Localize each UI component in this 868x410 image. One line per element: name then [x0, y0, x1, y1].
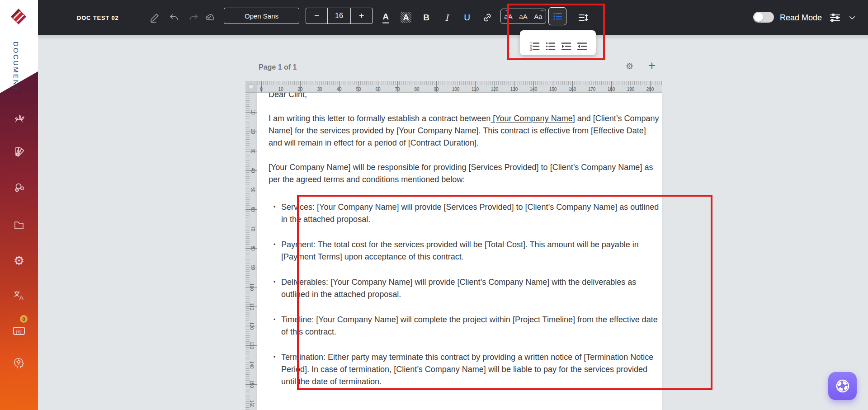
- svg-text:3: 3: [530, 48, 532, 51]
- design-tools-icon: [12, 112, 26, 126]
- font-size-increase-button[interactable]: +: [350, 8, 372, 24]
- read-mode-label: Read Mode: [780, 13, 822, 22]
- font-size-decrease-button[interactable]: −: [306, 8, 328, 24]
- indent-increase-icon: [561, 41, 571, 52]
- svg-text:H: H: [16, 189, 18, 191]
- list-item[interactable]: •Payment: The total cost for the service…: [269, 239, 661, 263]
- view-options-sliders-icon[interactable]: [829, 12, 841, 23]
- bold-button[interactable]: B: [423, 13, 429, 23]
- undo-icon[interactable]: [169, 13, 179, 23]
- v-ruler-number: 150: [249, 381, 254, 388]
- app-logo[interactable]: [9, 7, 28, 26]
- v-ruler-number: 60: [250, 207, 255, 212]
- bullet-list-button-active[interactable]: [548, 7, 566, 25]
- underline-button[interactable]: U: [464, 13, 470, 23]
- svg-text:A: A: [19, 294, 24, 301]
- unordered-list-option[interactable]: [544, 41, 556, 52]
- horizontal-ruler: 0102030405060708090100110120130140150160…: [257, 81, 662, 93]
- insights-head-bulb-icon: [12, 356, 26, 370]
- h-ruler-number: 0: [260, 87, 263, 92]
- list-item[interactable]: •Deliverables: [Your Company Name] will …: [269, 276, 661, 301]
- case-arrow-icon: ⌒: [539, 9, 543, 15]
- v-ruler-number: 120: [249, 322, 254, 330]
- h-ruler-number: 40: [336, 87, 341, 92]
- case-plain-button[interactable]: aA: [519, 13, 527, 20]
- indent-decrease-option[interactable]: [576, 41, 588, 52]
- font-size-value[interactable]: 16: [328, 8, 350, 24]
- h-ruler-number: 120: [491, 87, 499, 92]
- cloud-saved-icon: [203, 13, 214, 23]
- read-mode-toggle[interactable]: [753, 12, 774, 23]
- line-spacing-icon[interactable]: [578, 12, 589, 23]
- h-ruler-number: 30: [317, 87, 322, 92]
- document-page[interactable]: Dear Clint, I am writing this letter to …: [257, 93, 662, 410]
- page-settings-gear-icon[interactable]: ⚙: [626, 61, 633, 71]
- sidebar-item-insights[interactable]: [11, 355, 27, 371]
- h-ruler-number: 70: [395, 87, 400, 92]
- v-ruler-number: 100: [249, 283, 254, 291]
- svg-text:(x): (x): [16, 329, 22, 334]
- case-title-button[interactable]: ⌒Aa: [534, 13, 542, 20]
- v-ruler-number: 50: [250, 187, 255, 192]
- indent-increase-option[interactable]: [560, 41, 572, 52]
- sidebar-item-settings[interactable]: ⚙: [11, 253, 27, 269]
- document-editor-app: H H ⚙ A (x): [0, 0, 868, 410]
- h-ruler-number: 180: [608, 87, 615, 92]
- settings-gear-icon: ⚙: [14, 255, 24, 267]
- vertical-ruler: 102030405060708090100110120130140150160: [245, 93, 257, 410]
- lifebuoy-icon: [835, 378, 850, 394]
- ordered-list-option[interactable]: 1 2 3: [528, 41, 540, 52]
- variables-count-badge: 0: [20, 315, 28, 323]
- document-title: DOC TEST 02: [77, 14, 119, 21]
- v-ruler-number: 140: [249, 361, 254, 369]
- case-to-upper-button[interactable]: ⌒aA: [504, 13, 512, 20]
- list-item[interactable]: •Termination: Either party may terminate…: [269, 351, 661, 388]
- h-ruler-number: 150: [549, 87, 557, 92]
- bullet-list-icon: [552, 11, 563, 22]
- list-item[interactable]: •Timeline: [Your Company Name] will comp…: [269, 314, 661, 338]
- v-ruler-number: 80: [250, 245, 255, 250]
- sidebar-item-design-tools[interactable]: [11, 111, 27, 127]
- company-name-variable[interactable]: [Your Company Name: [491, 114, 572, 123]
- editor-canvas: Page 1 of 1 ⚙ + 010203040506070809010011…: [38, 35, 868, 410]
- list-type-dropdown: 1 2 3: [520, 30, 596, 55]
- sidebar-item-files[interactable]: [11, 217, 27, 232]
- sidebar-item-molecule[interactable]: H H: [11, 180, 27, 195]
- h-ruler-number: 100: [452, 87, 460, 92]
- rename-pencil-icon[interactable]: [150, 12, 160, 23]
- font-family-select[interactable]: Open Sans: [224, 8, 299, 24]
- add-page-icon[interactable]: +: [648, 59, 656, 73]
- document-body: Dear Clint, I am writing this letter to …: [269, 93, 661, 388]
- page-indicator: Page 1 of 1: [259, 63, 297, 71]
- h-ruler-number: 130: [510, 87, 518, 92]
- font-size-stepper: − 16 +: [306, 8, 373, 24]
- ordered-list-icon: 1 2 3: [529, 41, 540, 52]
- paragraph-2[interactable]: [Your Company Name] will be responsible …: [269, 161, 661, 186]
- h-ruler-number: 90: [434, 87, 439, 92]
- h-ruler-number: 160: [569, 87, 576, 92]
- ruler-corner: [245, 81, 257, 93]
- greeting-line[interactable]: Dear Clint,: [269, 93, 661, 101]
- sidebar-item-translate[interactable]: A: [11, 287, 27, 303]
- sidebar-item-variables[interactable]: (x): [11, 323, 27, 339]
- font-color-icon[interactable]: A: [382, 12, 389, 24]
- v-ruler-number: 70: [250, 226, 255, 231]
- help-button[interactable]: [828, 372, 857, 400]
- italic-button[interactable]: I: [445, 13, 448, 23]
- text-case-group: ⌒aA aA ⌒Aa: [500, 9, 546, 24]
- bullet-dot: •: [269, 239, 281, 263]
- chevron-down-icon[interactable]: [848, 14, 856, 22]
- sidebar-item-palette[interactable]: [11, 144, 27, 159]
- unordered-list-icon: [545, 41, 556, 52]
- redo-icon[interactable]: [189, 13, 198, 23]
- h-ruler-number: 110: [472, 87, 479, 92]
- v-ruler-number: 40: [250, 168, 255, 173]
- svg-text:H: H: [22, 187, 24, 189]
- highlight-color-icon[interactable]: A: [401, 12, 411, 23]
- list-item[interactable]: •Services: [Your Company Name] will prov…: [269, 201, 661, 226]
- v-ruler-number: 130: [249, 342, 254, 349]
- svg-text:2: 2: [530, 45, 532, 48]
- paragraph-1[interactable]: I am writing this letter to formally est…: [269, 113, 661, 149]
- link-icon[interactable]: [482, 13, 492, 23]
- molecule-icon: H H: [12, 180, 26, 195]
